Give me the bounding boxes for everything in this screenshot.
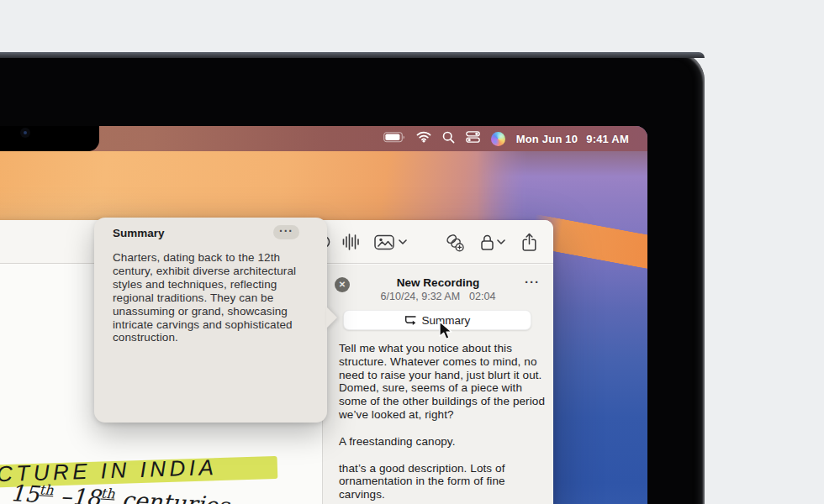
transcript[interactable]: Tell me what you notice about this struc… [339,342,549,504]
summary-popover: Summary ··· Charters, dating back to the… [94,218,327,423]
summarize-icon [404,314,417,326]
recording-title: New Recording [323,276,553,289]
mouse-cursor [439,321,452,340]
popover-arrow [326,307,337,328]
insert-media-button[interactable] [374,220,394,264]
recording-duration: 02:04 [469,291,495,302]
transcript-paragraph: Tell me what you notice about this struc… [339,342,549,422]
lock-button[interactable] [480,220,494,264]
recording-meta: 6/10/24, 9:32 AM 02:04 [323,291,553,302]
recording-datetime: 6/10/24, 9:32 AM [381,291,461,302]
transcript-paragraph: A freestanding canopy. [339,435,549,449]
menu-bar-status-items: Mon Jun 10 9:41 AM [383,126,629,151]
summary-button[interactable]: Summary [343,310,531,330]
marketing-canvas: Mon Jun 10 9:41 AM [0,0,824,504]
menubar-date: Mon Jun 10 [516,133,578,145]
control-center-icon[interactable] [466,131,480,146]
siri-icon[interactable] [491,132,505,146]
macbook-lid-edge [0,52,705,58]
popover-more-button[interactable]: ··· [273,225,299,239]
audio-waveform-button[interactable] [342,220,360,264]
media-chevron-down-icon[interactable] [399,220,407,264]
battery-icon[interactable] [383,131,405,146]
lock-chevron-down-icon[interactable] [497,220,505,264]
collaborate-link-button[interactable] [445,220,464,264]
recording-more-button[interactable]: ··· [525,275,540,289]
macbook-screen: Mon Jun 10 9:41 AM [0,126,647,504]
menubar-clock[interactable]: Mon Jun 10 9:41 AM [516,133,629,145]
search-icon[interactable] [442,131,455,147]
menubar-time: 9:41 AM [586,133,629,145]
share-button[interactable] [521,220,537,264]
popover-summary-text: Charters, dating back to the 12th centur… [113,251,314,344]
wifi-icon[interactable] [416,131,431,146]
facetime-camera [20,128,30,138]
popover-title: Summary [113,227,165,239]
display-notch [0,126,99,151]
recording-panel: ✕ New Recording ··· 6/10/24, 9:32 AM 02:… [323,265,553,504]
macbook-frame: Mon Jun 10 9:41 AM [0,52,705,504]
close-icon[interactable]: ✕ [335,277,350,292]
transcript-paragraph: that’s a good description. Lots of ornam… [339,462,549,501]
